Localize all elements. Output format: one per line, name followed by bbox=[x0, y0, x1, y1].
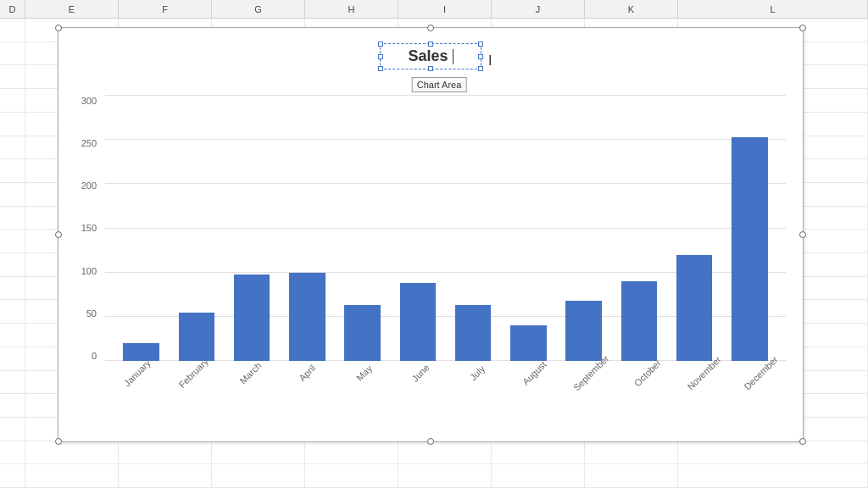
x-label-group: November bbox=[672, 365, 729, 380]
resize-handle-bm[interactable] bbox=[427, 438, 434, 445]
title-handle-bl[interactable] bbox=[378, 66, 383, 71]
grid-row bbox=[0, 441, 868, 465]
x-axis: JanuaryFebruaryMarchAprilMayJuneJulyAugu… bbox=[105, 361, 786, 437]
bar-may[interactable] bbox=[344, 305, 380, 361]
y-label-150: 150 bbox=[81, 223, 101, 233]
y-label-100: 100 bbox=[81, 266, 101, 276]
y-label-0: 0 bbox=[92, 351, 101, 361]
bar-group[interactable] bbox=[169, 96, 224, 361]
y-label-200: 200 bbox=[81, 180, 101, 191]
bar-september[interactable] bbox=[565, 301, 601, 361]
col-header-H[interactable]: H bbox=[305, 0, 398, 18]
bar-group[interactable] bbox=[280, 96, 335, 361]
bar-april[interactable] bbox=[289, 273, 325, 361]
bar-group[interactable] bbox=[446, 96, 501, 361]
x-label-group: December bbox=[729, 365, 786, 380]
x-label-group: April bbox=[275, 365, 332, 380]
bar-july[interactable] bbox=[455, 305, 491, 361]
spreadsheet: D E F G H I J K L bbox=[0, 0, 868, 488]
column-headers: D E F G H I J K L bbox=[0, 0, 868, 19]
bar-august[interactable] bbox=[510, 325, 546, 361]
y-label-250: 250 bbox=[81, 138, 101, 148]
resize-handle-bl[interactable] bbox=[55, 438, 62, 445]
bar-october[interactable] bbox=[621, 281, 657, 361]
title-handle-tr[interactable] bbox=[478, 42, 483, 47]
x-label-may: May bbox=[354, 363, 374, 383]
title-handle-bm[interactable] bbox=[428, 66, 433, 71]
title-handle-tm[interactable] bbox=[428, 42, 433, 47]
bar-group[interactable] bbox=[667, 96, 722, 361]
bar-group[interactable] bbox=[611, 96, 666, 361]
x-label-august: August bbox=[520, 359, 548, 387]
chart-area-tooltip: Chart Area bbox=[412, 77, 467, 92]
x-label-group: March bbox=[219, 365, 275, 380]
x-label-group: January bbox=[105, 365, 162, 380]
bars-container bbox=[105, 96, 786, 361]
title-handle-br[interactable] bbox=[478, 66, 483, 71]
chart-title-text: Sales bbox=[408, 47, 448, 64]
bar-group[interactable] bbox=[390, 96, 445, 361]
title-handle-tl[interactable] bbox=[378, 42, 383, 47]
cursor-ibeam: I bbox=[488, 53, 492, 69]
col-header-L[interactable]: L bbox=[678, 0, 868, 18]
bar-january[interactable] bbox=[123, 343, 159, 361]
x-label-october: October bbox=[632, 358, 663, 388]
cell-D1[interactable] bbox=[0, 19, 25, 42]
x-label-group: May bbox=[332, 365, 389, 380]
x-label-group: October bbox=[615, 365, 672, 380]
bar-group[interactable] bbox=[556, 96, 611, 361]
bar-group[interactable] bbox=[722, 96, 777, 361]
bar-december[interactable] bbox=[732, 137, 767, 361]
title-handle-ml[interactable] bbox=[378, 54, 383, 59]
title-handle-mr[interactable] bbox=[478, 54, 483, 59]
chart-title-area[interactable]: Sales bbox=[380, 43, 481, 69]
bar-group[interactable] bbox=[335, 96, 390, 361]
x-label-group: June bbox=[389, 365, 446, 380]
resize-handle-br[interactable] bbox=[799, 438, 806, 445]
bar-group[interactable] bbox=[225, 96, 280, 361]
x-label-april: April bbox=[297, 363, 317, 383]
col-header-I[interactable]: I bbox=[398, 0, 492, 18]
chart-container[interactable]: Sales I Chart Area 300 250 200 150 100 5… bbox=[58, 27, 804, 442]
bar-february[interactable] bbox=[179, 313, 214, 361]
resize-handle-tm[interactable] bbox=[427, 25, 434, 31]
bar-group[interactable] bbox=[501, 96, 556, 361]
x-label-group: September bbox=[559, 365, 615, 380]
bar-group[interactable] bbox=[114, 96, 169, 361]
col-header-G[interactable]: G bbox=[212, 0, 305, 18]
x-label-march: March bbox=[237, 360, 263, 385]
x-label-group: August bbox=[502, 365, 559, 380]
x-label-group: July bbox=[446, 365, 503, 380]
x-label-january: January bbox=[122, 358, 153, 388]
resize-handle-mr[interactable] bbox=[799, 231, 806, 238]
x-label-february: February bbox=[177, 356, 211, 390]
col-header-J[interactable]: J bbox=[492, 0, 585, 18]
y-label-50: 50 bbox=[86, 308, 101, 319]
resize-handle-ml[interactable] bbox=[55, 231, 62, 238]
col-header-D[interactable]: D bbox=[0, 0, 25, 18]
col-header-F[interactable]: F bbox=[119, 0, 212, 18]
x-label-june: June bbox=[410, 363, 431, 384]
x-label-july: July bbox=[468, 363, 487, 382]
y-label-300: 300 bbox=[81, 96, 101, 106]
grid-row bbox=[0, 464, 868, 488]
chart-title-box[interactable]: Sales bbox=[380, 43, 481, 69]
y-axis: 300 250 200 150 100 50 0 bbox=[63, 96, 101, 361]
bar-june[interactable] bbox=[400, 283, 436, 361]
x-label-group: February bbox=[162, 365, 219, 380]
bar-march[interactable] bbox=[234, 274, 270, 361]
resize-handle-tl[interactable] bbox=[55, 25, 62, 31]
bar-november[interactable] bbox=[676, 255, 712, 361]
resize-handle-tr[interactable] bbox=[799, 25, 806, 31]
col-header-K[interactable]: K bbox=[585, 0, 678, 18]
col-header-E[interactable]: E bbox=[25, 0, 119, 18]
